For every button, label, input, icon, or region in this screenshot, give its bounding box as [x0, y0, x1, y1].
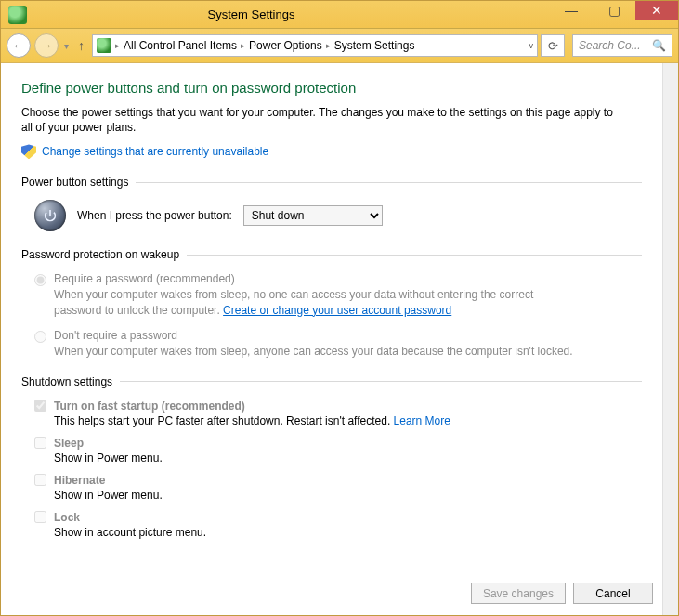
breadcrumb-item[interactable]: System Settings — [334, 39, 415, 52]
navbar: ← → ▾ ↑ ▸ All Control Panel Items ▸ Powe… — [1, 29, 678, 63]
group-label: Shutdown settings — [21, 375, 112, 388]
sleep-checkbox — [34, 437, 46, 449]
require-password-radio — [34, 274, 46, 286]
breadcrumb-sep-icon[interactable]: ▸ — [241, 41, 245, 50]
option-description: Show in Power menu. — [54, 452, 163, 465]
up-button[interactable]: ↑ — [78, 38, 85, 53]
option-title: Don't require a password — [54, 329, 573, 342]
dont-require-password-radio — [34, 331, 46, 343]
history-dropdown-icon[interactable]: ▾ — [64, 41, 69, 51]
search-input[interactable]: Search Co... 🔍 — [572, 34, 672, 57]
option-title: Hibernate — [54, 474, 163, 487]
footer-buttons: Save changes Cancel — [471, 583, 653, 604]
learn-more-link[interactable]: Learn More — [394, 414, 450, 427]
option-hibernate: Hibernate Show in Power menu. — [34, 474, 642, 502]
search-placeholder: Search Co... — [579, 39, 641, 52]
power-icon — [34, 200, 66, 231]
content-pane: Define power buttons and turn on passwor… — [1, 63, 662, 615]
hibernate-checkbox — [34, 474, 46, 486]
power-button-press-label: When I press the power button: — [77, 209, 232, 222]
group-shutdown-settings: Shutdown settings Turn on fast startup (… — [21, 375, 642, 539]
titlebar: System Settings — ▢ ✕ — [1, 1, 678, 29]
option-require-password: Require a password (recommended) When yo… — [34, 272, 642, 317]
divider — [187, 255, 642, 256]
option-description: Show in account picture menu. — [54, 526, 206, 539]
back-button[interactable]: ← — [7, 33, 31, 58]
create-password-link[interactable]: Create or change your user account passw… — [223, 304, 451, 317]
breadcrumb-sep-icon[interactable]: ▸ — [115, 41, 120, 50]
group-power-button: Power button settings When I press the p… — [21, 176, 642, 231]
shield-icon — [21, 144, 36, 159]
option-dont-require-password: Don't require a password When your compu… — [34, 329, 642, 359]
page-heading: Define power buttons and turn on passwor… — [21, 80, 642, 96]
option-description: Show in Power menu. — [54, 489, 163, 502]
divider — [136, 182, 642, 183]
group-label: Password protection on wakeup — [21, 248, 179, 261]
maximize-button[interactable]: ▢ — [593, 1, 635, 20]
lock-checkbox — [34, 511, 46, 523]
cancel-button[interactable]: Cancel — [573, 583, 653, 604]
option-fast-startup: Turn on fast startup (recommended) This … — [34, 400, 642, 427]
option-title: Sleep — [54, 437, 163, 450]
window-controls: — ▢ ✕ — [550, 1, 678, 28]
breadcrumb-item[interactable]: Power Options — [249, 39, 322, 52]
option-description: When your computer wakes from sleep, no … — [54, 287, 574, 317]
minimize-button[interactable]: — — [550, 1, 593, 20]
window-title: System Settings — [0, 7, 550, 21]
location-icon — [97, 38, 111, 53]
power-button-action-select[interactable]: Shut down — [243, 205, 383, 226]
save-button: Save changes — [471, 583, 566, 604]
search-icon: 🔍 — [652, 39, 666, 52]
group-password-protection: Password protection on wakeup Require a … — [21, 248, 642, 359]
refresh-button[interactable]: ⟳ — [541, 34, 565, 57]
breadcrumb-item[interactable]: All Control Panel Items — [124, 39, 237, 52]
change-unavailable-link[interactable]: Change settings that are currently unava… — [42, 145, 268, 158]
address-dropdown-icon[interactable]: v — [529, 41, 534, 50]
option-sleep: Sleep Show in Power menu. — [34, 437, 642, 465]
divider — [120, 381, 642, 382]
forward-button[interactable]: → — [34, 33, 59, 58]
page-description: Choose the power settings that you want … — [21, 105, 616, 135]
fast-startup-checkbox — [34, 400, 46, 412]
option-title: Lock — [54, 511, 206, 524]
breadcrumb-sep-icon[interactable]: ▸ — [326, 41, 331, 50]
option-description: This helps start your PC faster after sh… — [54, 414, 450, 427]
option-lock: Lock Show in account picture menu. — [34, 511, 642, 539]
option-title: Turn on fast startup (recommended) — [54, 400, 450, 413]
option-title: Require a password (recommended) — [54, 272, 574, 285]
address-bar[interactable]: ▸ All Control Panel Items ▸ Power Option… — [92, 34, 538, 57]
vertical-scrollbar[interactable] — [662, 63, 678, 615]
group-label: Power button settings — [21, 176, 128, 189]
option-description: When your computer wakes from sleep, any… — [54, 344, 573, 359]
close-button[interactable]: ✕ — [635, 1, 678, 20]
